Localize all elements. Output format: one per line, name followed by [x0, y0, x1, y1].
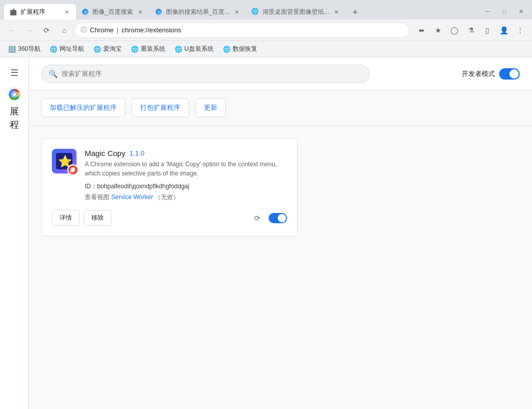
svg-rect-12 — [71, 167, 75, 171]
bookmark-taobao-label: 爱淘宝 — [103, 45, 122, 53]
new-tab-button[interactable]: + — [348, 5, 362, 20]
ext-title-line1: 展 — [10, 107, 19, 116]
close-button[interactable]: ✕ — [514, 6, 528, 16]
bookmark-taobao[interactable]: 🌐 爱淘宝 — [89, 43, 126, 55]
share-button[interactable]: ⬌ — [414, 23, 429, 38]
bookmark-udisk[interactable]: 🌐 U盘装系统 — [170, 43, 218, 55]
account-circle-button[interactable]: ◯ — [447, 23, 462, 38]
bookmark-recovery-icon: 🌐 — [223, 46, 231, 53]
toolbar-actions: ⬌ ★ ◯ ⚗ ▯ 👤 ⋮ — [414, 23, 528, 38]
ext-info: Magic Copy 1.1.0 A Chrome extension to a… — [85, 149, 287, 202]
tab-extensions[interactable]: 扩展程序 ✕ — [4, 4, 76, 20]
paw-icon-2: 百 — [155, 8, 163, 16]
main-content: 🔍 开发者模式 加载已解压的扩展程序 打包扩展程序 更新 — [29, 57, 532, 409]
bookmarks-bar: 🔢 360导航 🌐 网址导航 🌐 爱淘宝 🌐 重装系统 🌐 U盘装系统 🌐 数据… — [0, 41, 532, 57]
sidebar: ☰ 展 程 — [0, 57, 29, 409]
reload-button[interactable]: ⟳ — [39, 23, 54, 38]
dev-mode-toggle[interactable] — [499, 68, 520, 80]
search-input[interactable] — [62, 70, 362, 77]
bookmark-url-label: 网址导航 — [60, 45, 84, 53]
ext-title-line2: 程 — [10, 120, 19, 129]
dev-mode-area: 开发者模式 — [462, 68, 520, 80]
update-button[interactable]: 更新 — [195, 99, 226, 117]
bookmark-udisk-icon: 🌐 — [175, 46, 182, 53]
minimize-button[interactable]: ─ — [481, 6, 495, 16]
back-button[interactable]: ← — [4, 23, 20, 38]
bookmark-reinstall-label: 重装系统 — [141, 45, 165, 53]
split-view-button[interactable]: ▯ — [480, 23, 495, 38]
svg-text:百: 百 — [84, 10, 88, 15]
remove-button[interactable]: 移除 — [84, 210, 111, 226]
browser-toolbar: ← → ⟳ ⌂ ⓘ Chrome | chrome://extensions ⬌… — [0, 20, 532, 41]
extensions-list: ⭐ Magic Copy — [29, 126, 532, 409]
forward-button[interactable]: → — [22, 23, 37, 38]
svg-point-8 — [12, 93, 16, 96]
address-separator: | — [117, 26, 118, 34]
bookmark-button[interactable]: ★ — [430, 23, 446, 38]
copy-icon — [70, 167, 76, 173]
tab-extensions-close[interactable]: ✕ — [63, 8, 71, 16]
extension-card-magic-copy: ⭐ Magic Copy — [41, 138, 298, 237]
bookmark-taobao-icon: 🌐 — [93, 46, 101, 53]
tab-image-search-close[interactable]: ✕ — [136, 8, 144, 16]
ext-service-worker: 查看视图 Service Worker （无效） — [85, 193, 287, 202]
bookmark-reinstall-icon: 🌐 — [131, 46, 139, 53]
more-button[interactable]: ⋮ — [512, 23, 528, 38]
action-buttons-bar: 加载已解压的扩展程序 打包扩展程序 更新 — [29, 90, 532, 126]
refresh-button[interactable]: ⟳ — [250, 211, 264, 225]
ext-id-label: ID： — [85, 183, 97, 190]
tab-image-results-close[interactable]: ✕ — [233, 8, 241, 16]
home-button[interactable]: ⌂ — [56, 23, 72, 38]
search-icon: 🔍 — [49, 70, 58, 78]
ext-id: ID：bohpalfeodihдохndpflkdhgfoddgaj — [85, 182, 287, 191]
globe-icon-tab: 🌐 — [251, 8, 259, 16]
paw-icon-1: 百 — [81, 8, 89, 16]
sidebar-menu-button[interactable]: ☰ — [5, 64, 24, 82]
service-worker-status: （无效） — [155, 193, 179, 201]
bookmark-recovery-label: 数据恢复 — [233, 45, 257, 53]
search-box[interactable]: 🔍 — [41, 65, 370, 83]
window-controls: ─ □ ✕ — [481, 6, 528, 20]
ext-name-row: Magic Copy 1.1.0 — [85, 149, 287, 158]
bookmark-360-label: 360导航 — [18, 45, 41, 53]
tab-wallpaper-close[interactable]: ✕ — [332, 8, 340, 16]
load-unpacked-button[interactable]: 加载已解压的扩展程序 — [41, 99, 125, 117]
tab-wallpaper-label: 湖景桌面背景图像壁纸... — [262, 8, 329, 16]
maximize-button[interactable]: □ — [497, 6, 511, 16]
extensions-button[interactable]: ⚗ — [463, 23, 479, 38]
ext-icon-badge — [67, 164, 79, 176]
ext-enable-toggle[interactable] — [269, 213, 287, 223]
bookmark-360[interactable]: 🔢 360导航 — [4, 43, 45, 55]
address-bar[interactable]: ⓘ Chrome | chrome://extensions — [74, 23, 410, 38]
ext-card-header: ⭐ Magic Copy — [52, 149, 287, 202]
detail-button[interactable]: 详情 — [52, 210, 80, 226]
bookmark-360-icon: 🔢 — [8, 46, 16, 53]
tab-wallpaper[interactable]: 🌐 湖景桌面背景图像壁纸... ✕ — [246, 4, 346, 20]
extensions-page: ☰ 展 程 🔍 — [0, 57, 532, 409]
ext-name: Magic Copy — [85, 149, 125, 158]
service-worker-link[interactable]: Service Worker — [111, 193, 153, 201]
bookmark-reinstall[interactable]: 🌐 重装系统 — [127, 43, 169, 55]
ext-id-value: bohpalfeodihдохndpflkdhgfoddgaj — [97, 183, 189, 190]
tab-image-search[interactable]: 百 图像_百度搜索 ✕ — [76, 4, 149, 20]
bookmark-url-icon: 🌐 — [50, 46, 58, 53]
svg-text:百: 百 — [157, 10, 161, 15]
pack-extension-button[interactable]: 打包扩展程序 — [131, 99, 189, 117]
service-worker-prefix: 查看视图 — [85, 193, 109, 201]
bookmark-url-nav[interactable]: 🌐 网址导航 — [46, 43, 88, 55]
tab-image-results[interactable]: 百 图像的搜索结果_百度... ✕ — [149, 4, 246, 20]
security-icon: ⓘ — [81, 26, 87, 34]
bookmark-recovery[interactable]: 🌐 数据恢复 — [219, 43, 261, 55]
bookmark-udisk-label: U盘装系统 — [184, 45, 214, 53]
title-bar: 扩展程序 ✕ 百 图像_百度搜索 ✕ 百 图像的搜索结果_百度... ✕ 🌐 湖… — [0, 0, 532, 20]
profile-button[interactable]: 👤 — [496, 23, 511, 38]
ext-version: 1.1.0 — [129, 149, 144, 157]
dev-mode-label: 开发者模式 — [462, 69, 495, 79]
ext-description: A Chrome extension to add a 'Magic Copy'… — [85, 160, 287, 178]
chrome-logo — [6, 86, 23, 103]
ext-icon-wrap: ⭐ — [52, 149, 77, 173]
tab-image-results-label: 图像的搜索结果_百度... — [166, 8, 230, 16]
ext-header: 🔍 开发者模式 — [29, 57, 532, 90]
address-url: chrome://extensions — [122, 26, 403, 34]
tab-image-search-label: 图像_百度搜索 — [92, 8, 133, 16]
